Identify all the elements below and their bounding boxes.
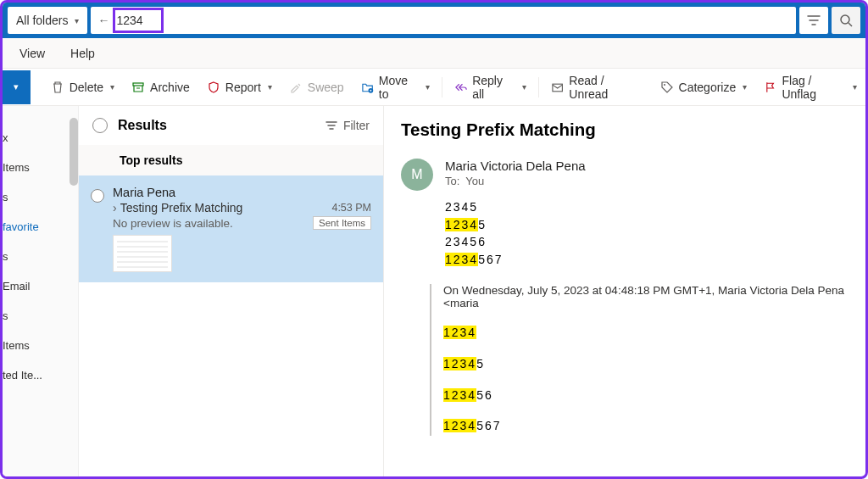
text-line: 2345 xyxy=(445,199,865,217)
sidebar-item-favorite[interactable]: favorite xyxy=(3,212,78,242)
search-bar: All folders ▾ ← xyxy=(3,3,865,38)
trash-icon xyxy=(51,81,64,94)
sidebar-item[interactable]: s xyxy=(3,182,78,212)
sidebar-scrollbar[interactable] xyxy=(70,118,78,186)
categorize-button[interactable]: Categorize ▾ xyxy=(652,70,756,104)
sender-name: Maria Victoria Dela Pena xyxy=(445,159,586,173)
sidebar-item[interactable]: Email xyxy=(3,271,78,301)
filter-icon xyxy=(807,14,821,27)
chevron-down-icon: ▾ xyxy=(743,82,747,92)
readunread-button[interactable]: Read / Unread xyxy=(542,70,652,104)
message-item[interactable]: Maria Pena › Testing Prefix Matching 4:5… xyxy=(79,175,383,282)
svg-rect-1 xyxy=(133,83,143,86)
chevron-down-icon: ▾ xyxy=(75,16,79,25)
envelope-icon xyxy=(551,81,564,94)
chevron-down-icon: ▾ xyxy=(14,81,19,92)
chevron-down-icon: ▾ xyxy=(426,82,430,92)
search-input[interactable] xyxy=(116,14,789,27)
filter-icon xyxy=(325,119,338,132)
flag-icon xyxy=(764,81,776,94)
results-column: Results Filter Top results Maria Pena › … xyxy=(79,106,384,476)
sidebar-item[interactable]: s xyxy=(3,301,78,331)
message-time: 4:53 PM xyxy=(331,202,371,214)
message-preview: No preview is available. xyxy=(113,217,233,230)
folder-scope-dropdown[interactable]: All folders ▾ xyxy=(8,7,87,34)
text-line: 12345 xyxy=(445,217,865,235)
filter-button[interactable]: Filter xyxy=(325,119,370,132)
flag-button[interactable]: Flag / Unflag ▾ xyxy=(755,70,865,104)
reading-pane: Testing Prefix Matching M Maria Victoria… xyxy=(384,106,865,476)
text-line: 1234567 xyxy=(443,418,865,436)
message-select[interactable] xyxy=(91,189,104,203)
select-all-checkbox[interactable] xyxy=(92,118,108,133)
moveto-button[interactable]: Move to ▾ xyxy=(353,70,438,104)
text-line: 123456 xyxy=(443,387,865,405)
chevron-right-icon: › xyxy=(113,201,117,214)
results-title: Results xyxy=(118,118,314,133)
separator xyxy=(538,77,539,97)
reply-all-icon xyxy=(454,81,467,94)
folder-move-icon xyxy=(361,81,374,94)
search-icon xyxy=(839,14,853,27)
archive-icon xyxy=(131,81,145,94)
delete-button[interactable]: Delete ▾ xyxy=(42,70,123,104)
archive-button[interactable]: Archive xyxy=(123,70,198,104)
quoted-header: On Wednesday, July 5, 2023 at 04:48:18 P… xyxy=(443,284,865,309)
sidebar-item[interactable]: Items xyxy=(3,153,78,182)
menu-view[interactable]: View xyxy=(19,47,45,60)
report-button[interactable]: Report ▾ xyxy=(198,70,281,104)
sender-avatar[interactable]: M xyxy=(401,159,433,191)
back-arrow-icon[interactable]: ← xyxy=(97,14,109,27)
to-line: To: You xyxy=(445,175,586,187)
results-header: Results Filter xyxy=(79,106,383,145)
search-input-wrap: ← xyxy=(91,7,796,34)
folder-sidebar: x Items s favorite s Email s Items ted I… xyxy=(3,106,79,476)
message-body: Maria Pena › Testing Prefix Matching 4:5… xyxy=(113,186,371,272)
tag-icon xyxy=(660,81,674,94)
sidebar-item[interactable]: ted Ite... xyxy=(3,360,78,390)
replyall-button[interactable]: Reply all ▾ xyxy=(446,70,535,104)
chevron-down-icon: ▾ xyxy=(268,82,272,92)
chevron-down-icon: ▾ xyxy=(853,82,857,92)
search-button[interactable] xyxy=(832,7,860,34)
message-subject: Testing Prefix Matching xyxy=(120,201,243,214)
attachment-thumbnail[interactable] xyxy=(113,235,172,272)
sidebar-item[interactable]: s xyxy=(3,242,78,271)
message-body-block: 234512345234561234567 xyxy=(445,199,865,269)
chevron-down-icon: ▾ xyxy=(522,82,526,92)
folder-scope-label: All folders xyxy=(16,14,68,27)
svg-point-4 xyxy=(664,84,665,86)
text-line: 23456 xyxy=(445,234,865,252)
text-line: 1234 xyxy=(443,325,865,343)
quoted-block: On Wednesday, July 5, 2023 at 04:48:18 P… xyxy=(430,284,865,435)
sweep-icon xyxy=(289,81,303,94)
menu-bar: View Help xyxy=(3,38,865,69)
menu-help[interactable]: Help xyxy=(70,47,95,60)
folder-badge: Sent Items xyxy=(313,216,371,230)
sidebar-item[interactable]: x xyxy=(3,123,78,153)
reading-subject: Testing Prefix Matching xyxy=(401,120,865,140)
new-mail-dropdown[interactable]: ▾ xyxy=(3,70,31,104)
message-from: Maria Pena xyxy=(113,186,175,199)
text-line: 1234567 xyxy=(445,252,865,270)
sweep-button[interactable]: Sweep xyxy=(281,70,353,104)
main-area: x Items s favorite s Email s Items ted I… xyxy=(3,106,865,476)
chevron-down-icon: ▾ xyxy=(110,82,114,92)
search-filter-button[interactable] xyxy=(799,7,828,34)
separator xyxy=(442,77,442,97)
sidebar-item[interactable]: Items xyxy=(3,331,78,360)
top-results-label: Top results xyxy=(79,145,383,175)
toolbar: ▾ Delete ▾ Archive Report ▾ Sweep Move t… xyxy=(3,69,865,106)
text-line: 12345 xyxy=(443,356,865,374)
svg-point-0 xyxy=(841,15,849,24)
reading-header: M Maria Victoria Dela Pena To: You xyxy=(401,159,865,191)
shield-icon xyxy=(207,81,220,94)
